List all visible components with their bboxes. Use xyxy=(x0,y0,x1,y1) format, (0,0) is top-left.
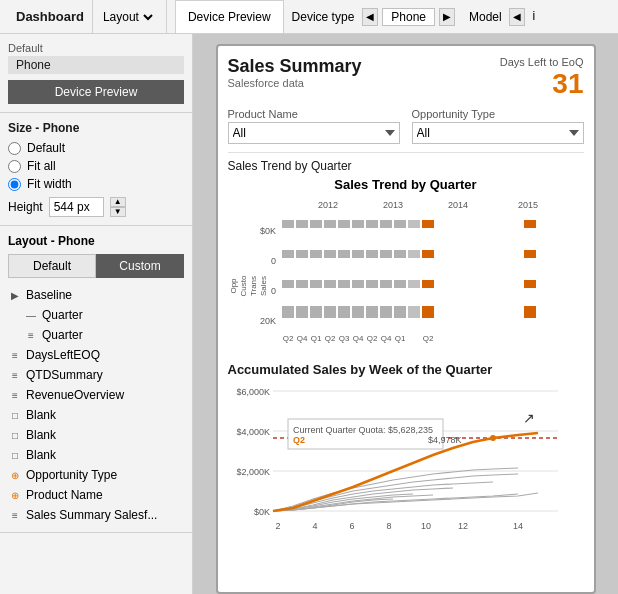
svg-text:Q2: Q2 xyxy=(293,435,305,445)
baseline-arrow-icon: ▶ xyxy=(8,288,22,302)
toggle-group: Default Custom xyxy=(8,254,184,278)
radio-default[interactable]: Default xyxy=(8,141,184,155)
stepper-up[interactable]: ▲ xyxy=(110,197,126,207)
svg-text:Sales: Sales xyxy=(259,276,268,296)
preview-panel: Sales Summary Salesforce data Days Left … xyxy=(193,34,618,594)
svg-text:Q3: Q3 xyxy=(338,334,349,343)
tree-item-quarter2[interactable]: ≡ Quarter xyxy=(8,326,184,344)
device-value: Phone xyxy=(382,8,435,26)
toggle-default-btn[interactable]: Default xyxy=(8,254,96,278)
svg-rect-23 xyxy=(422,220,434,228)
stepper-wrap: ▲ ▼ xyxy=(110,197,126,217)
blank1-label: Blank xyxy=(26,408,56,422)
svg-text:8: 8 xyxy=(386,521,391,531)
svg-rect-39 xyxy=(310,280,322,288)
top-bar: Dashboard Layout Device Preview Device t… xyxy=(0,0,618,34)
svg-rect-41 xyxy=(338,280,350,288)
svg-text:0: 0 xyxy=(270,256,275,266)
opportunity-type-select[interactable]: All xyxy=(412,122,584,144)
product-name-select[interactable]: All xyxy=(228,122,400,144)
svg-text:Q2: Q2 xyxy=(324,334,335,343)
model-prev-button[interactable]: ◀ xyxy=(509,8,525,26)
daysleft-label: DaysLeftEOQ xyxy=(26,348,100,362)
svg-rect-55 xyxy=(366,306,378,318)
svg-text:Q4: Q4 xyxy=(296,334,307,343)
toggle-custom-btn[interactable]: Custom xyxy=(96,254,184,278)
svg-text:14: 14 xyxy=(512,521,522,531)
svg-rect-18 xyxy=(366,220,378,228)
layout-select[interactable]: Layout xyxy=(99,9,156,25)
quarter1-label: Quarter xyxy=(42,308,83,322)
svg-text:2015: 2015 xyxy=(517,200,537,210)
svg-rect-24 xyxy=(524,220,536,228)
tree-item-baseline[interactable]: ▶ Baseline xyxy=(8,286,184,304)
radio-default-input[interactable] xyxy=(8,142,21,155)
accum-chart-area: $6,000K $4,000K $2,000K $0K xyxy=(228,381,584,559)
blank2-label: Blank xyxy=(26,428,56,442)
phone-badge: Phone xyxy=(8,56,184,74)
tree-item-blank1[interactable]: □ Blank xyxy=(8,406,184,424)
phone-frame: Sales Summary Salesforce data Days Left … xyxy=(216,44,596,594)
svg-rect-35 xyxy=(422,250,434,258)
svg-rect-40 xyxy=(324,280,336,288)
svg-rect-48 xyxy=(524,280,536,288)
filter-row: Product Name All Opportunity Type All xyxy=(228,108,584,144)
tree-item-daysleft[interactable]: ≡ DaysLeftEOQ xyxy=(8,346,184,364)
opportunity-type-label: Opportunity Type xyxy=(412,108,584,120)
product-plus-icon: ⊕ xyxy=(8,488,22,502)
default-label: Default xyxy=(8,42,184,54)
svg-text:Q2: Q2 xyxy=(366,334,377,343)
svg-rect-56 xyxy=(380,306,392,318)
section-divider xyxy=(228,152,584,153)
tree-list: ▶ Baseline — Quarter ≡ Quarter ≡ DaysLef… xyxy=(8,286,184,524)
size-section: Size - Phone Default Fit all Fit width H… xyxy=(0,113,192,226)
height-input[interactable] xyxy=(49,197,104,217)
svg-text:$6,000K: $6,000K xyxy=(236,387,270,397)
svg-rect-38 xyxy=(296,280,308,288)
svg-rect-25 xyxy=(282,250,294,258)
tree-item-quarter1[interactable]: — Quarter xyxy=(8,306,184,324)
blank3-label: Blank xyxy=(26,448,56,462)
tree-item-blank3[interactable]: □ Blank xyxy=(8,446,184,464)
svg-text:2013: 2013 xyxy=(382,200,402,210)
radio-group: Default Fit all Fit width xyxy=(8,141,184,191)
svg-rect-19 xyxy=(380,220,392,228)
svg-text:$0K: $0K xyxy=(253,507,269,517)
stepper-down[interactable]: ▼ xyxy=(110,207,126,217)
svg-rect-14 xyxy=(310,220,322,228)
tree-item-revenue[interactable]: ≡ RevenueOverview xyxy=(8,386,184,404)
opportunity-label: Opportunity Type xyxy=(26,468,117,482)
tree-item-qtdsummary[interactable]: ≡ QTDSummary xyxy=(8,366,184,384)
tree-item-opportunity[interactable]: ⊕ Opportunity Type xyxy=(8,466,184,484)
radio-fit-width-input[interactable] xyxy=(8,178,21,191)
tree-item-salessummary[interactable]: ≡ Sales Summary Salesf... xyxy=(8,506,184,524)
ss-header: Sales Summary Salesforce data Days Left … xyxy=(228,56,584,100)
tree-item-blank2[interactable]: □ Blank xyxy=(8,426,184,444)
salessummary-label: Sales Summary Salesf... xyxy=(26,508,157,522)
days-left-label: Days Left to EoQ xyxy=(500,56,584,68)
svg-rect-57 xyxy=(394,306,406,318)
device-type-section: Device type ◀ Phone ▶ xyxy=(284,8,463,26)
revenue-lines-icon: ≡ xyxy=(8,388,22,402)
svg-rect-52 xyxy=(324,306,336,318)
radio-fit-all[interactable]: Fit all xyxy=(8,159,184,173)
device-next-button[interactable]: ▶ xyxy=(439,8,455,26)
device-preview-tab[interactable]: Device Preview xyxy=(175,0,284,33)
daysleft-lines-icon: ≡ xyxy=(8,348,22,362)
svg-rect-60 xyxy=(524,306,536,318)
layout-select-wrap[interactable]: Layout xyxy=(92,0,162,33)
days-left-group: Days Left to EoQ 31 xyxy=(500,56,584,100)
svg-rect-30 xyxy=(352,250,364,258)
svg-rect-53 xyxy=(338,306,350,318)
device-prev-button[interactable]: ◀ xyxy=(362,8,378,26)
device-preview-button[interactable]: Device Preview xyxy=(8,80,184,104)
radio-fit-width[interactable]: Fit width xyxy=(8,177,184,191)
svg-text:12: 12 xyxy=(457,521,467,531)
svg-text:$4,978K: $4,978K xyxy=(428,435,462,445)
radio-fit-all-input[interactable] xyxy=(8,160,21,173)
product-label: Product Name xyxy=(26,488,103,502)
svg-rect-26 xyxy=(296,250,308,258)
product-name-label: Product Name xyxy=(228,108,400,120)
tree-item-product[interactable]: ⊕ Product Name xyxy=(8,486,184,504)
device-preview-tab-label: Device Preview xyxy=(188,10,271,24)
